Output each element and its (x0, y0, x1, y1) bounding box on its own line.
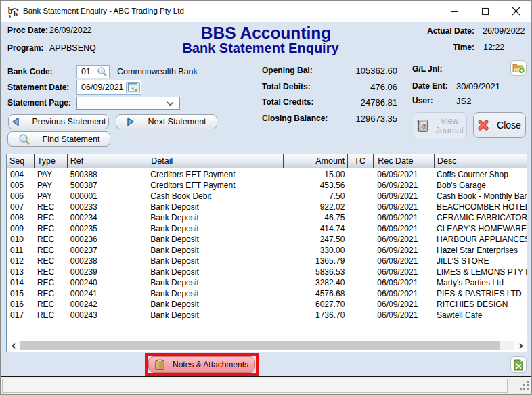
view-journal-button[interactable]: @ View Journal (414, 112, 467, 139)
next-statement-button[interactable]: Next Statement (116, 114, 217, 129)
cell-ref: 000236 (67, 234, 148, 245)
table-row[interactable]: 009REC000235Bank Deposit414.7406/09/2021… (7, 223, 527, 234)
cell-tc (347, 180, 373, 191)
table-row[interactable]: 006PAY000001Cash Book Debit7.5006/09/202… (7, 191, 527, 202)
bank-code-value: 01 (77, 67, 97, 76)
cell-amount: 1365.79 (283, 256, 348, 266)
maximize-button[interactable] (470, 1, 501, 22)
titlebar: b s b Bank Statement Enquiry - ABC Tradi… (1, 1, 531, 22)
calendar-icon (128, 83, 138, 92)
cell-type: PAY (34, 180, 67, 191)
column-header-rec-date[interactable]: Rec Date (373, 154, 434, 168)
find-statement-button[interactable]: Find Statement (7, 131, 110, 147)
close-icon (512, 7, 520, 16)
table-row[interactable]: 017REC000243Bank Deposit1736.7006/09/202… (7, 310, 527, 321)
table-row[interactable]: 013REC000239Bank Deposit5836.5306/09/202… (7, 266, 527, 277)
table-row[interactable]: 007REC000233Bank Deposit922.0206/09/2021… (7, 202, 527, 212)
cell-detail: Cash Book Debit (148, 191, 282, 202)
cell-ref: 000235 (67, 223, 148, 234)
cell-ref: 000243 (67, 310, 148, 321)
column-header-detail[interactable]: Detail (148, 154, 282, 168)
table-row[interactable]: 015REC000241Bank Deposit4576.6806/09/202… (7, 288, 527, 299)
cell-ref: 000239 (67, 266, 148, 277)
table-row[interactable]: 014REC000240Bank Deposit3282.4006/09/202… (7, 277, 527, 288)
notes-attachments-button[interactable]: Notes & Attachments (148, 356, 255, 373)
column-header-seq[interactable]: Seq (7, 154, 34, 168)
cell-rec-date: 06/09/2021 (373, 266, 434, 277)
cell-seq: 005 (7, 180, 34, 191)
cell-desc: JILL'S STORE (434, 256, 527, 266)
column-header-desc[interactable]: Desc (434, 154, 527, 168)
cell-detail: Bank Deposit (148, 310, 282, 321)
scrollbar-thumb[interactable] (20, 341, 500, 350)
table-row[interactable]: 011REC000237Bank Deposit330.0006/09/2021… (7, 245, 527, 256)
view-journal-label: View Journal (434, 116, 465, 135)
cell-ref: 000234 (67, 212, 148, 223)
window-title: Bank Statement Enquiry - ABC Trading Pty… (23, 1, 184, 22)
bank-code-lookup-button[interactable] (97, 66, 108, 77)
table-row[interactable]: 005PAY500387Creditors EFT Payment453.560… (7, 180, 527, 191)
resize-grip-icon[interactable] (520, 381, 529, 393)
close-window-button[interactable] (501, 1, 532, 22)
cell-desc: BEACHCOMBER HOTEL (434, 202, 527, 212)
cell-desc: Marty's Parties Ltd (434, 277, 527, 288)
grid-horizontal-scrollbar[interactable] (7, 341, 526, 350)
cell-seq: 006 (7, 191, 34, 202)
cell-rec-date: 06/09/2021 (373, 202, 434, 212)
statement-page-select[interactable] (76, 97, 180, 110)
cell-rec-date: 06/09/2021 (373, 310, 434, 321)
previous-statement-button[interactable]: Previous Statement (8, 114, 109, 129)
statusbar-panel (2, 379, 508, 393)
column-header-amount[interactable]: Amount (283, 154, 348, 168)
svg-text:@: @ (421, 122, 427, 129)
column-header-type[interactable]: Type (34, 154, 67, 168)
cell-tc (347, 277, 373, 288)
grid-body: 004PAY500388Creditors EFT Payment15.0006… (7, 169, 527, 321)
cell-desc: Sawtell Cafe (434, 310, 527, 321)
cell-type: PAY (34, 169, 67, 180)
statement-grid: Seq Type Ref Detail Amount TC Rec Date D… (6, 154, 527, 352)
excel-icon (513, 359, 524, 371)
export-excel-button[interactable] (510, 356, 527, 373)
scroll-left-button[interactable] (7, 341, 20, 350)
cell-seq: 007 (7, 202, 34, 212)
cell-tc (347, 299, 373, 310)
table-row[interactable]: 010REC000236Bank Deposit247.5006/09/2021… (7, 234, 527, 245)
cell-amount: 7.50 (283, 191, 348, 202)
close-button[interactable]: Close (473, 112, 526, 138)
cell-tc (347, 310, 373, 321)
cell-ref: 000001 (67, 191, 148, 202)
cell-type: REC (34, 299, 67, 310)
time-value: 12:22 (483, 43, 504, 52)
cell-rec-date: 06/09/2021 (373, 180, 434, 191)
cell-seq: 016 (7, 299, 34, 310)
cell-desc: CERAMIC FABRICATORS (434, 212, 527, 223)
column-header-tc[interactable]: TC (347, 154, 373, 168)
cell-detail: Bank Deposit (148, 256, 282, 266)
minimize-button[interactable] (439, 1, 470, 22)
table-row[interactable]: 008REC000234Bank Deposit46.7506/09/2021C… (7, 212, 527, 223)
statement-page-label: Statement Page: (7, 98, 71, 108)
scroll-right-button[interactable] (514, 341, 527, 350)
user-label: User: (412, 96, 433, 106)
cell-tc (347, 169, 373, 180)
gl-jnl-button[interactable] (510, 60, 527, 76)
table-row[interactable]: 012REC000238Bank Deposit1365.7906/09/202… (7, 256, 527, 266)
table-row[interactable]: 004PAY500388Creditors EFT Payment15.0006… (7, 169, 527, 180)
statement-date-field[interactable]: 06/09/2021 (76, 80, 141, 95)
red-highlight-annotation: Notes & Attachments (145, 353, 259, 376)
cell-seq: 010 (7, 234, 34, 245)
total-credits-value: 24786.81 (330, 97, 397, 108)
arrow-left-icon (11, 117, 20, 126)
cell-tc (347, 223, 373, 234)
column-header-ref[interactable]: Ref (67, 154, 148, 168)
journal-book-icon: @ (416, 119, 430, 133)
date-picker-button[interactable] (126, 82, 140, 93)
cell-detail: Bank Deposit (148, 245, 282, 256)
cell-desc: Bob's Garage (434, 180, 527, 191)
table-row[interactable]: 016REC000242Bank Deposit6027.7006/09/202… (7, 299, 527, 310)
close-label: Close (497, 120, 521, 131)
user-value: JS2 (456, 96, 471, 106)
opening-bal-label: Opening Bal: (262, 66, 313, 75)
bank-code-field[interactable]: 01 (76, 65, 110, 78)
